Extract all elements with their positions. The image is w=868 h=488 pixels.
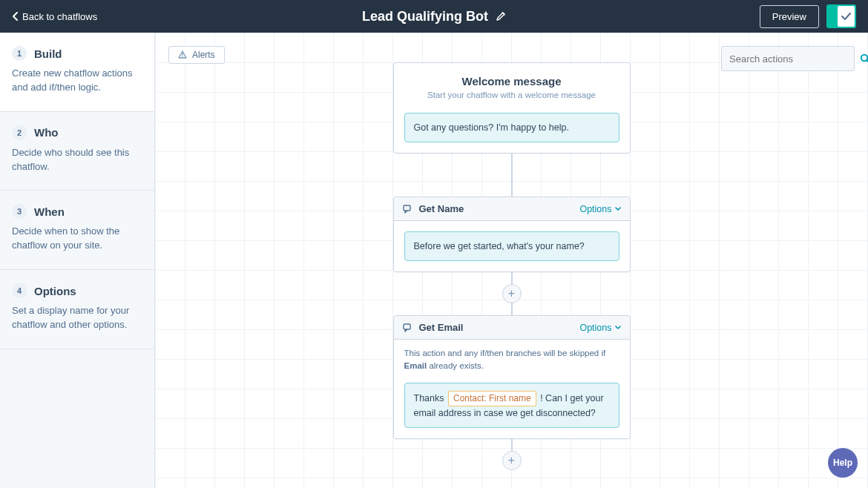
step-desc: Set a display name for your chatflow and… [12, 304, 142, 332]
header-actions: Preview [760, 4, 856, 28]
card-options-menu[interactable]: Options [579, 323, 620, 333]
caret-down-icon [615, 207, 621, 211]
connector-line [511, 303, 513, 315]
add-step-button[interactable]: + [502, 451, 522, 470]
header-title-group: Lead Qualifying Bot [362, 9, 506, 24]
page-title: Lead Qualifying Bot [362, 9, 488, 24]
back-label: Back to chatflows [22, 11, 97, 22]
app-header: Back to chatflows Lead Qualifying Bot Pr… [0, 0, 868, 33]
help-button[interactable]: Help [828, 448, 858, 478]
step-who[interactable]: 2 Who Decide who should see this chatflo… [0, 112, 154, 191]
plus-icon: + [508, 287, 515, 300]
step-title: When [34, 205, 65, 218]
flow-canvas[interactable]: Alerts Welcome message Start your chatfl… [155, 33, 868, 488]
card-subtitle: Start your chatflow with a welcome messa… [404, 90, 619, 99]
options-label: Options [579, 204, 611, 214]
card-title: Welcome message [404, 75, 619, 88]
step-number: 3 [12, 204, 27, 219]
get-email-bubble: Thanks Contact: First name ! Can I get y… [404, 383, 619, 429]
add-step-button[interactable]: + [502, 284, 522, 303]
search-actions-field[interactable] [721, 46, 855, 71]
alert-icon [178, 50, 187, 59]
step-desc: Decide when to show the chatflow on your… [12, 225, 142, 253]
step-number: 2 [12, 125, 27, 140]
svg-rect-3 [404, 324, 410, 329]
chat-icon [403, 205, 413, 214]
flow-column: Welcome message Start your chatflow with… [393, 62, 631, 470]
step-title: Build [34, 47, 62, 60]
step-when[interactable]: 3 When Decide when to show the chatflow … [0, 191, 154, 270]
get-name-bubble: Before we get started, what's your name? [404, 231, 619, 261]
preview-button[interactable]: Preview [760, 5, 819, 28]
welcome-message-card[interactable]: Welcome message Start your chatflow with… [393, 62, 631, 154]
connector-line [511, 154, 513, 197]
caret-down-icon [615, 326, 621, 329]
step-options[interactable]: 4 Options Set a display name for your ch… [0, 270, 154, 349]
get-name-card[interactable]: Get Name Options Before we get started, … [393, 197, 631, 272]
edit-title-icon[interactable] [496, 11, 506, 22]
connector-line [511, 439, 513, 451]
step-number: 1 [12, 46, 27, 61]
contact-first-name-token[interactable]: Contact: First name [448, 391, 536, 406]
step-title: Who [34, 126, 58, 139]
get-email-card[interactable]: Get Email Options This action and any if… [393, 315, 631, 439]
check-icon [838, 6, 855, 27]
alerts-label: Alerts [192, 50, 215, 60]
step-desc: Create new chatflow actions and add if/t… [12, 67, 142, 95]
steps-sidebar: 1 Build Create new chatflow actions and … [0, 33, 155, 488]
step-number: 4 [12, 283, 27, 298]
card-title: Get Email [419, 322, 464, 333]
connector-line [511, 272, 513, 284]
options-label: Options [579, 323, 611, 333]
chat-icon [403, 323, 413, 332]
confirm-button[interactable] [826, 4, 856, 28]
step-title: Options [34, 285, 76, 297]
svg-rect-2 [404, 205, 410, 211]
svg-point-0 [182, 56, 183, 57]
card-options-menu[interactable]: Options [579, 204, 620, 214]
alerts-button[interactable]: Alerts [168, 46, 225, 64]
step-build[interactable]: 1 Build Create new chatflow actions and … [0, 33, 154, 112]
search-input[interactable] [729, 53, 854, 65]
search-icon [860, 53, 868, 64]
plus-icon: + [508, 454, 515, 467]
welcome-bubble: Got any questions? I'm happy to help. [404, 113, 619, 142]
back-to-chatflows-link[interactable]: Back to chatflows [12, 11, 97, 22]
chevron-left-icon [12, 12, 18, 21]
step-desc: Decide who should see this chatflow. [12, 146, 142, 174]
skip-note: This action and any if/then branches wil… [394, 340, 630, 372]
card-title: Get Name [419, 203, 464, 214]
